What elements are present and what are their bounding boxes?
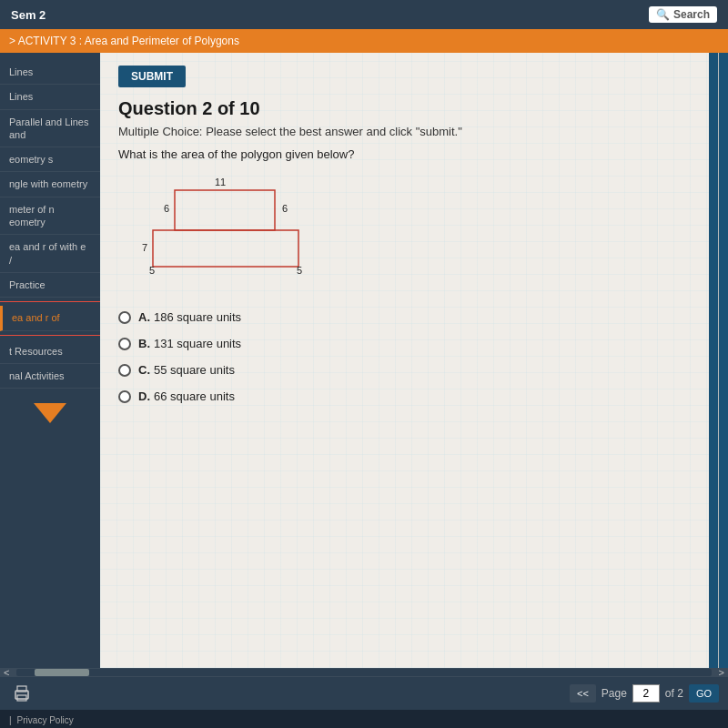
page-input[interactable] [632, 684, 660, 703]
breadcrumb: > ACTIVITY 3 : Area and Perimeter of Pol… [9, 35, 239, 47]
svg-rect-1 [153, 230, 298, 267]
choice-a-text: 186 square units [154, 310, 241, 324]
label-top: 11 [215, 177, 226, 187]
scroll-thumb[interactable] [35, 669, 89, 676]
sidebar-divider2 [0, 335, 100, 336]
printer-icon [13, 685, 31, 702]
sidebar-item-resources[interactable]: t Resources [0, 339, 100, 364]
radio-c[interactable] [118, 364, 131, 377]
question-text: What is the area of the polygon given be… [118, 147, 691, 161]
radio-a[interactable] [118, 311, 131, 324]
choice-d-label: D. [138, 389, 150, 403]
search-box[interactable]: 🔍 Search [649, 6, 717, 23]
sidebar: Lines Lines Parallel and Lines and eomet… [0, 53, 100, 668]
sidebar-item-perimeter[interactable]: meter of n eometry [0, 197, 100, 236]
svg-rect-4 [17, 695, 26, 701]
footer-separator: | [9, 715, 12, 725]
sidebar-item-lines1[interactable]: Lines [0, 60, 100, 85]
choice-b-label: B. [138, 337, 150, 350]
print-area [9, 682, 35, 705]
choice-c[interactable]: C. 55 square units [118, 363, 691, 377]
activity-bar: > ACTIVITY 3 : Area and Perimeter of Pol… [0, 29, 728, 53]
choice-c-label: C. [138, 363, 150, 377]
polygon-diagram: 11 6 7 6 5 5 [136, 174, 691, 292]
label-bottom-right: 5 [297, 265, 302, 276]
label-right-inner: 6 [282, 203, 288, 214]
radio-b[interactable] [118, 338, 131, 350]
instruction-text: Please select the best answer and click … [206, 125, 462, 138]
sidebar-item-area1[interactable]: ea and r of with e / [0, 235, 100, 273]
sidebar-item-parallel[interactable]: Parallel and Lines and [0, 110, 100, 148]
sidebar-item-activities[interactable]: nal Activities [0, 364, 100, 389]
sidebar-divider [0, 301, 100, 302]
choice-a[interactable]: A. 186 square units [118, 310, 691, 324]
scroll-left-btn[interactable]: < [0, 667, 13, 678]
sidebar-item-area-active[interactable]: ea and r of [0, 306, 100, 330]
print-button[interactable] [9, 682, 35, 705]
prev-page-button[interactable]: << [570, 684, 596, 703]
app-title: Sem 2 [11, 8, 46, 22]
bottom-bar: << Page of 2 GO [0, 677, 728, 710]
choice-a-label: A. [138, 310, 150, 324]
total-pages: of 2 [665, 687, 683, 700]
label-bottom-left: 5 [149, 265, 155, 276]
label-left-inner: 6 [164, 203, 169, 214]
page-label: Page [602, 687, 627, 700]
sidebar-item-angle[interactable]: ngle with eometry [0, 172, 100, 197]
question-instruction: Multiple Choice: Please select the best … [118, 125, 691, 138]
submit-button[interactable]: SUBMIT [118, 66, 186, 87]
label-left-main: 7 [142, 242, 147, 253]
vertical-divider [718, 53, 719, 668]
choice-c-text: 55 square units [154, 363, 235, 377]
scroll-track[interactable] [16, 669, 711, 676]
sidebar-item-lines2[interactable]: Lines [0, 85, 100, 109]
footer: | Privacy Policy [0, 710, 728, 728]
answer-choices: A. 186 square units B. 131 square units … [118, 310, 691, 403]
sidebar-item-geometry1[interactable]: eometry s [0, 147, 100, 172]
go-button[interactable]: GO [689, 684, 719, 703]
sidebar-item-practice[interactable]: Practice [0, 273, 100, 298]
sidebar-arrow-icon[interactable] [34, 403, 66, 423]
radio-d[interactable] [118, 390, 131, 403]
search-label: Search [673, 8, 710, 21]
privacy-policy-link[interactable]: Privacy Policy [17, 715, 74, 725]
polygon-svg: 11 6 7 6 5 5 [136, 174, 337, 292]
choice-b-text: 131 square units [154, 337, 241, 350]
choice-b[interactable]: B. 131 square units [118, 337, 691, 350]
question-title: Question 2 of 10 [118, 98, 691, 119]
choice-d[interactable]: D. 66 square units [118, 389, 691, 403]
scroll-bar[interactable]: < > [0, 668, 728, 677]
svg-rect-0 [175, 190, 275, 230]
content-area: SUBMIT Question 2 of 10 Multiple Choice:… [100, 53, 709, 668]
scroll-right-btn[interactable]: > [715, 667, 728, 678]
top-bar: Sem 2 🔍 Search [0, 0, 728, 29]
bottom-nav: << Page of 2 GO [570, 684, 719, 703]
choice-d-text: 66 square units [154, 389, 235, 403]
instruction-bold: Multiple Choice: [118, 125, 203, 138]
main-layout: Lines Lines Parallel and Lines and eomet… [0, 53, 728, 668]
search-icon: 🔍 [656, 8, 670, 21]
